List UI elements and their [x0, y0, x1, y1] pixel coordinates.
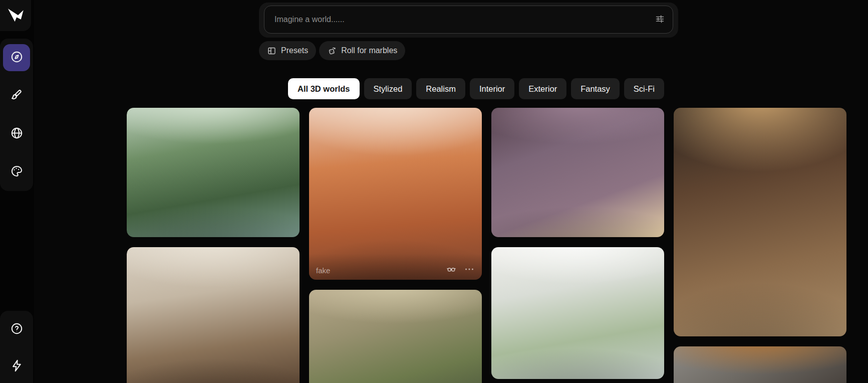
sidebar-item-explore[interactable] — [3, 44, 30, 71]
prompt-input-wrap — [264, 6, 673, 34]
worlds-gallery: fake — [0, 108, 868, 383]
prompt-filters-button[interactable] — [650, 10, 670, 30]
presets-label: Presets — [281, 46, 308, 55]
prompt-input[interactable] — [264, 15, 650, 24]
tile-actions — [446, 264, 475, 275]
gallery-column — [674, 108, 846, 383]
brush-icon — [10, 88, 24, 104]
tab-stylized[interactable]: Stylized — [364, 78, 412, 99]
roll-for-marbles-button[interactable]: Roll for marbles — [319, 41, 405, 60]
gallery-column: fake — [309, 108, 482, 383]
view-in-3d-icon[interactable] — [446, 264, 457, 275]
dice-icon — [327, 46, 337, 56]
world-tile-lantern-library[interactable] — [674, 108, 846, 336]
sliders-icon — [655, 14, 665, 26]
world-tile-orange-palace[interactable]: fake — [309, 108, 482, 280]
tab-exterior[interactable]: Exterior — [519, 78, 566, 99]
gallery-column — [491, 108, 664, 379]
world-tile-round-study-room[interactable] — [491, 108, 664, 237]
world-tile-rustic-room[interactable] — [127, 247, 300, 383]
more-options-icon[interactable] — [464, 264, 475, 275]
world-tile-bonsai-atrium[interactable] — [491, 247, 664, 379]
world-title: fake — [316, 266, 330, 275]
layout-icon — [267, 46, 276, 56]
tab-sci-fi[interactable]: Sci-Fi — [624, 78, 664, 99]
category-tabs: All 3D worldsStylizedRealismInteriorExte… — [288, 78, 664, 99]
prompt-actions: Presets Roll for marbles — [259, 41, 405, 60]
tile-hover-overlay: fake — [309, 254, 482, 280]
world-tile-forest-pod-village[interactable] — [127, 108, 300, 237]
tab-interior[interactable]: Interior — [470, 78, 514, 99]
tab-realism[interactable]: Realism — [416, 78, 465, 99]
compass-icon — [10, 50, 24, 66]
presets-button[interactable]: Presets — [259, 41, 316, 60]
roll-label: Roll for marbles — [341, 46, 397, 55]
marble-logo-icon — [7, 7, 25, 25]
app-logo[interactable] — [0, 0, 31, 31]
tab-fantasy[interactable]: Fantasy — [571, 78, 620, 99]
world-tile-spaceship-corridor[interactable] — [674, 346, 846, 383]
sidebar-item-create[interactable] — [3, 82, 30, 109]
world-tile-overgrown-ruins[interactable] — [309, 290, 482, 383]
prompt-card — [259, 3, 678, 38]
gallery-column — [127, 108, 300, 383]
tab-all-3d-worlds[interactable]: All 3D worlds — [288, 78, 360, 99]
